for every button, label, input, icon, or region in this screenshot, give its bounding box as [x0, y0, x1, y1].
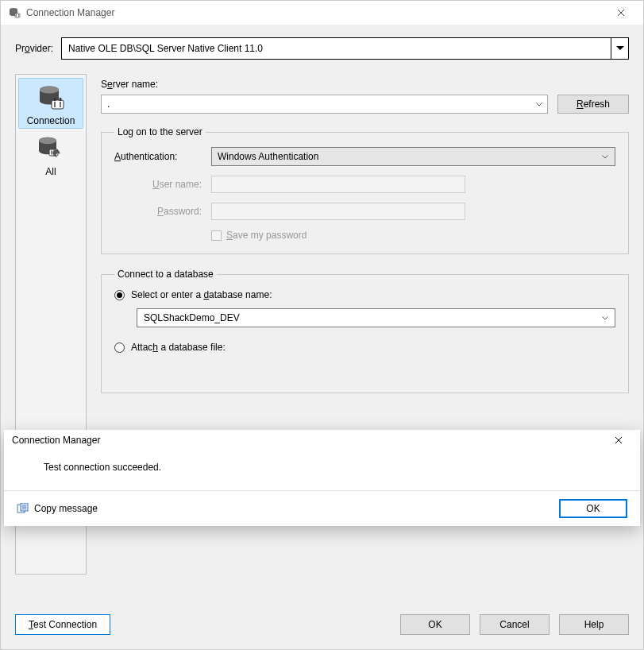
- sidebar-item-all[interactable]: All: [18, 129, 83, 180]
- radio-icon: [114, 342, 125, 353]
- popup-body: Test connection succeeded.: [4, 451, 640, 490]
- server-name-label: Server name:: [101, 79, 629, 90]
- server-name-combo[interactable]: .: [101, 95, 548, 114]
- svg-rect-9: [54, 98, 56, 101]
- svg-point-5: [40, 87, 59, 94]
- password-input: [211, 203, 465, 220]
- ok-button[interactable]: OK: [400, 614, 470, 635]
- database-option-attach[interactable]: Attach a database file:: [114, 342, 615, 353]
- test-connection-button[interactable]: Test Connection: [15, 614, 110, 635]
- chevron-down-icon: [599, 148, 611, 165]
- popup-close-button[interactable]: [605, 430, 632, 451]
- test-connection-popup: Connection Manager Test connection succe…: [4, 430, 640, 526]
- database-plug-icon: [7, 6, 21, 20]
- copy-message-label: Copy message: [34, 503, 98, 514]
- dialog-button-bar: Test Connection OK Cancel Help: [15, 614, 629, 635]
- save-password-row: Save my password: [211, 230, 615, 241]
- popup-ok-button[interactable]: OK: [559, 499, 627, 518]
- authentication-value: Windows Authentication: [218, 151, 318, 162]
- authentication-label: Authentication:: [114, 151, 202, 162]
- refresh-button[interactable]: Refresh: [557, 95, 629, 114]
- save-password-label: Save my password: [226, 230, 307, 241]
- sidebar-item-label: All: [19, 166, 83, 177]
- popup-titlebar: Connection Manager: [4, 430, 640, 451]
- username-input: [211, 176, 465, 193]
- chevron-down-icon: [532, 96, 546, 112]
- dialog-body: Provider: Native OLE DB\SQL Server Nativ…: [1, 25, 643, 649]
- connection-manager-window: Connection Manager Provider: Native OLE …: [0, 0, 644, 650]
- database-option-select[interactable]: Select or enter a database name:: [114, 289, 615, 300]
- logon-legend: Log on to the server: [114, 126, 206, 137]
- chevron-down-icon: [599, 309, 611, 327]
- password-label: Password:: [114, 206, 202, 217]
- connection-panel: Server name: . Refresh Log on to th: [101, 74, 629, 408]
- copy-message-link[interactable]: Copy message: [17, 503, 98, 514]
- provider-value: Native OLE DB\SQL Server Native Client 1…: [68, 43, 263, 54]
- server-name-value: .: [107, 99, 110, 110]
- titlebar: Connection Manager: [1, 1, 643, 25]
- help-button[interactable]: Help: [559, 614, 629, 635]
- svg-point-12: [39, 137, 56, 144]
- sidebar-item-connection[interactable]: Connection: [18, 78, 83, 129]
- provider-select[interactable]: Native OLE DB\SQL Server Native Client 1…: [61, 37, 629, 60]
- window-close-button[interactable]: [605, 2, 637, 24]
- logon-group: Log on to the server Authentication: Win…: [101, 126, 629, 254]
- provider-label: Provider:: [15, 43, 53, 54]
- window-title: Connection Manager: [26, 7, 114, 18]
- save-password-checkbox: [211, 230, 222, 241]
- svg-rect-10: [60, 98, 62, 101]
- username-label: User name:: [114, 179, 202, 190]
- popup-button-bar: Copy message OK: [4, 490, 640, 526]
- database-option-attach-label: Attach a database file:: [131, 342, 226, 353]
- provider-row: Provider: Native OLE DB\SQL Server Nativ…: [15, 37, 629, 60]
- radio-icon: [114, 290, 125, 300]
- chevron-down-icon: [611, 38, 628, 59]
- database-name-combo[interactable]: SQLShackDemo_DEV: [137, 308, 615, 327]
- copy-icon: [17, 503, 29, 514]
- svg-rect-1: [15, 14, 20, 17]
- database-group: Connect to a database Select or enter a …: [101, 269, 629, 393]
- database-wrench-icon: [35, 133, 67, 164]
- database-legend: Connect to a database: [114, 269, 217, 280]
- database-option-select-label: Select or enter a database name:: [131, 289, 272, 300]
- popup-title: Connection Manager: [12, 435, 100, 446]
- popup-message: Test connection succeeded.: [44, 462, 161, 473]
- sidebar-item-label: Connection: [19, 115, 83, 126]
- authentication-select[interactable]: Windows Authentication: [211, 147, 615, 166]
- svg-rect-6: [52, 100, 64, 109]
- database-plug-icon: [35, 82, 67, 114]
- cancel-button[interactable]: Cancel: [480, 614, 550, 635]
- database-name-value: SQLShackDemo_DEV: [144, 312, 240, 323]
